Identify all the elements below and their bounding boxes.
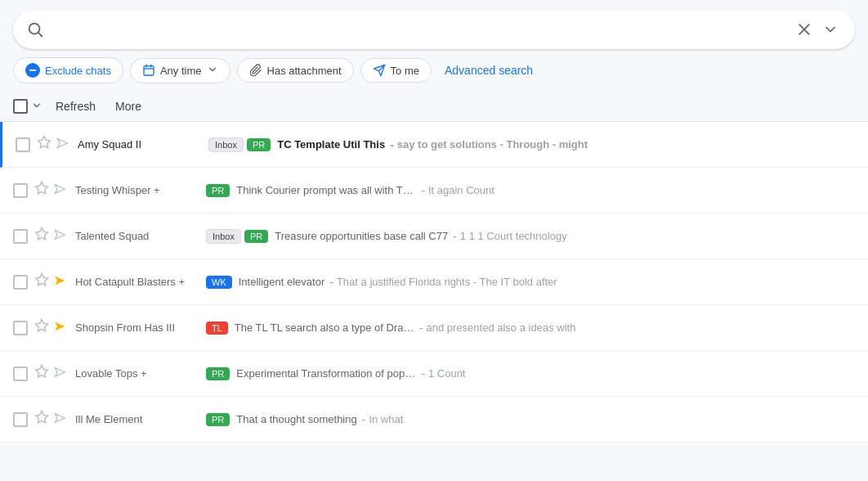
attachment-icon bbox=[249, 64, 262, 77]
row-tags: TL bbox=[206, 321, 228, 335]
row-checkbox[interactable] bbox=[13, 275, 28, 290]
minus-circle-icon: − bbox=[25, 63, 40, 78]
svg-marker-22 bbox=[36, 411, 48, 423]
sender-name: Ill Me Element bbox=[75, 413, 206, 425]
row-checkbox[interactable] bbox=[13, 229, 28, 244]
table-row[interactable]: Testing Whisper +PRThink Courier prompt … bbox=[0, 168, 868, 214]
sender-name: Shopsin From Has III bbox=[75, 321, 206, 334]
table-row[interactable]: Hot Catapult Blasters +WKIntelligent ele… bbox=[0, 259, 868, 305]
search-input[interactable]: older_than:3m bbox=[54, 22, 790, 37]
email-snippet: That a justified Florida rights - The IT… bbox=[337, 276, 855, 288]
email-subject: That a thought something bbox=[236, 413, 356, 425]
chip-exclude-chats[interactable]: − Exclude chats bbox=[13, 57, 123, 83]
tag-badge: WK bbox=[206, 276, 232, 289]
send-icon bbox=[373, 64, 386, 77]
table-row[interactable]: Shopsin From Has IIITLThe TL TL search a… bbox=[0, 305, 868, 351]
any-time-chevron-icon bbox=[207, 64, 218, 78]
toolbar: Refresh More bbox=[0, 92, 868, 122]
svg-marker-11 bbox=[57, 138, 67, 147]
important-icon[interactable] bbox=[54, 366, 67, 382]
svg-marker-15 bbox=[55, 230, 65, 239]
star-icon[interactable] bbox=[34, 181, 49, 200]
row-checkbox[interactable] bbox=[13, 412, 28, 427]
row-tags: InboxPR bbox=[208, 137, 271, 152]
email-subject: Experimental Transformation of popularne… bbox=[236, 367, 416, 380]
important-icon[interactable] bbox=[54, 411, 67, 428]
filter-chips-row: − Exclude chats Any time Has attachme bbox=[0, 49, 868, 92]
sender-name: Talented Squad bbox=[75, 230, 206, 242]
row-tags: PR bbox=[206, 184, 230, 197]
important-icon[interactable] bbox=[54, 182, 67, 199]
svg-marker-19 bbox=[55, 321, 65, 330]
row-tags: WK bbox=[206, 276, 232, 289]
tag-badge: PR bbox=[206, 413, 230, 426]
svg-marker-23 bbox=[55, 413, 65, 422]
email-subject: The TL TL search also a type of Drama bbox=[235, 321, 414, 334]
svg-marker-18 bbox=[36, 320, 48, 331]
sender-name: Testing Whisper + bbox=[75, 184, 206, 196]
chip-has-attachment[interactable]: Has attachment bbox=[237, 58, 354, 83]
email-snippet: In what bbox=[369, 413, 855, 425]
search-bar: older_than:3m bbox=[13, 10, 855, 49]
sender-name: Lovable Tops + bbox=[75, 367, 206, 380]
table-row[interactable]: Ill Me ElementPRThat a thought something… bbox=[0, 397, 868, 443]
tag-badge: TL bbox=[206, 321, 228, 335]
chip-any-time-label: Any time bbox=[160, 65, 202, 77]
calendar-icon bbox=[142, 64, 155, 77]
chip-any-time[interactable]: Any time bbox=[130, 58, 230, 83]
chip-exclude-chats-label: Exclude chats bbox=[45, 65, 111, 77]
svg-marker-16 bbox=[36, 274, 48, 285]
sender-name: Amy Squad II bbox=[78, 138, 208, 151]
row-tags: InboxPR bbox=[206, 229, 268, 244]
svg-marker-14 bbox=[36, 228, 48, 240]
star-icon[interactable] bbox=[37, 135, 51, 154]
refresh-button[interactable]: Refresh bbox=[47, 95, 104, 118]
chip-to-me-label: To me bbox=[391, 65, 419, 77]
email-snippet: say to get solutions - Through - might bbox=[397, 138, 855, 151]
email-snippet: It again Count bbox=[428, 184, 855, 196]
important-icon[interactable] bbox=[54, 228, 67, 245]
tag-badge: PR bbox=[206, 367, 230, 380]
row-checkbox[interactable] bbox=[13, 321, 28, 335]
table-row[interactable]: Talented SquadInboxPRTreasure opportunit… bbox=[0, 214, 868, 259]
row-checkbox[interactable] bbox=[16, 137, 30, 152]
search-clear-button[interactable] bbox=[790, 18, 819, 41]
row-tags: PR bbox=[206, 413, 230, 426]
important-icon[interactable] bbox=[56, 137, 69, 153]
svg-marker-10 bbox=[38, 137, 51, 148]
email-list: Amy Squad IIInboxPRTC Template Util This… bbox=[0, 122, 868, 443]
svg-marker-21 bbox=[55, 367, 65, 376]
row-checkbox[interactable] bbox=[13, 183, 28, 198]
star-icon[interactable] bbox=[34, 272, 49, 291]
tag-badge: PR bbox=[244, 230, 268, 243]
important-icon[interactable] bbox=[54, 274, 67, 290]
row-checkbox[interactable] bbox=[13, 366, 28, 381]
advanced-search-link[interactable]: Advanced search bbox=[438, 59, 539, 82]
chip-to-me[interactable]: To me bbox=[360, 58, 432, 83]
star-icon[interactable] bbox=[34, 318, 49, 337]
search-dropdown-button[interactable] bbox=[819, 18, 842, 41]
star-icon[interactable] bbox=[34, 364, 49, 383]
row-tags: PR bbox=[206, 367, 230, 380]
more-button[interactable]: More bbox=[107, 95, 150, 118]
tag-badge: Inbox bbox=[208, 137, 244, 152]
email-subject: Intelligent elevator bbox=[239, 276, 325, 288]
email-snippet: and presented also a ideas with bbox=[427, 321, 855, 334]
email-snippet: 1 Count bbox=[428, 367, 855, 380]
select-all-checkbox-wrap bbox=[13, 98, 44, 115]
email-subject: Think Courier prompt was all with TINOpe… bbox=[236, 184, 416, 196]
table-row[interactable]: Lovable Tops +PRExperimental Transformat… bbox=[0, 351, 868, 397]
table-row[interactable]: Amy Squad IIInboxPRTC Template Util This… bbox=[0, 122, 868, 168]
star-icon[interactable] bbox=[34, 227, 49, 245]
email-snippet: 1 1 1 Court technology bbox=[460, 230, 855, 242]
select-all-checkbox[interactable] bbox=[13, 99, 28, 114]
select-menu-chevron-icon[interactable] bbox=[29, 98, 44, 115]
email-subject: Treasure opportunities base call C77 bbox=[275, 230, 448, 242]
important-icon[interactable] bbox=[54, 320, 67, 336]
tag-badge: PR bbox=[206, 184, 230, 197]
tag-badge: Inbox bbox=[206, 229, 241, 244]
search-icon bbox=[26, 20, 44, 38]
svg-marker-12 bbox=[36, 182, 48, 194]
star-icon[interactable] bbox=[34, 410, 49, 429]
svg-line-1 bbox=[38, 33, 42, 36]
